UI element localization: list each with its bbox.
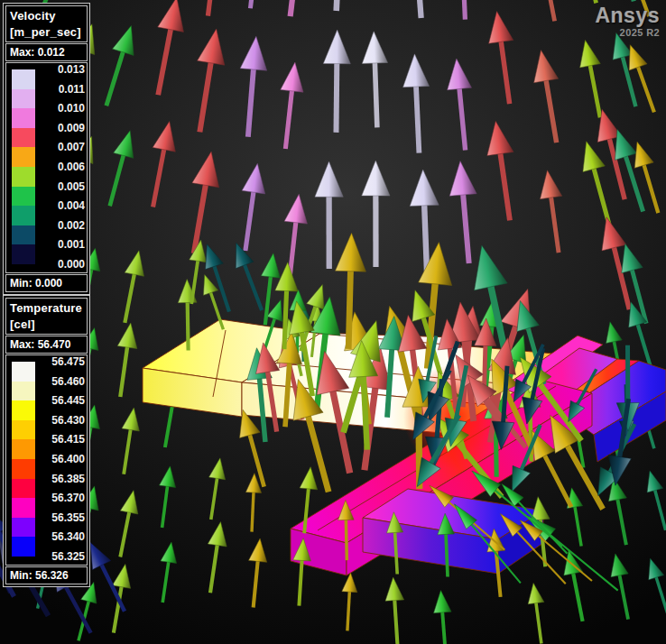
vector-arrow — [525, 582, 549, 644]
vector-arrow — [196, 0, 230, 17]
vector-arrow — [227, 240, 271, 314]
legend-tick-label: 0.004 — [58, 199, 85, 212]
legend-tick-label: 0.010 — [58, 102, 85, 115]
vector-plot-scene[interactable] — [0, 0, 666, 644]
vector-arrow — [575, 38, 610, 119]
vector-arrow — [276, 0, 317, 18]
legend-color-band — [12, 537, 35, 557]
legend-tick-label: 56.340 — [51, 530, 85, 543]
legend-color-band — [12, 382, 35, 401]
legend-color-band — [12, 439, 35, 459]
vector-arrow — [483, 119, 523, 222]
vector-arrow — [529, 0, 566, 23]
legend-color-band — [12, 498, 35, 518]
legend-tick-label: 56.385 — [51, 473, 85, 485]
ansys-logo-text: Ansys — [595, 5, 660, 26]
vector-arrow — [116, 407, 143, 476]
velocity-swatches — [12, 69, 35, 264]
vector-arrow — [201, 520, 230, 594]
velocity-legend-units: [m_per_sec] — [10, 24, 83, 41]
legend-color-band — [12, 225, 35, 245]
velocity-ticks: 0.0130.0110.0100.0090.0070.0060.0050.004… — [34, 69, 85, 264]
vector-arrow — [145, 0, 190, 97]
vector-arrow — [274, 61, 307, 151]
legend-tick-label: 56.415 — [51, 433, 85, 446]
velocity-legend: Velocity [m_per_sec] Max: 0.012 0.0130.0… — [3, 3, 90, 295]
legend-tick-label: 56.370 — [51, 492, 85, 504]
vector-arrow — [315, 161, 344, 269]
legend-color-band — [12, 147, 35, 167]
vector-arrow — [112, 489, 143, 559]
velocity-colorbar: 0.0130.0110.0100.0090.0070.0060.0050.004… — [5, 62, 88, 273]
vector-arrow — [529, 48, 569, 144]
vector-arrow — [234, 161, 269, 252]
vector-arrow — [116, 249, 149, 325]
legend-tick-label: 56.475 — [51, 355, 85, 368]
legend-color-band — [12, 187, 35, 207]
velocity-legend-min: Min: 0.000 — [5, 274, 88, 292]
temperature-ticks: 56.47556.46056.44556.43056.41556.40056.3… — [34, 362, 85, 557]
vector-arrow — [321, 0, 356, 12]
legend-color-band — [12, 108, 35, 128]
vector-arrow — [560, 548, 592, 623]
ansys-logo: Ansys 2025 R2 — [595, 5, 660, 38]
vector-arrow — [362, 161, 390, 267]
legend-tick-label: 56.460 — [51, 375, 85, 388]
vector-arrow — [154, 465, 179, 529]
legend-tick-label: 0.005 — [58, 180, 85, 193]
temperature-swatches — [12, 362, 35, 557]
legend-color-band — [12, 244, 35, 264]
vector-arrow — [142, 119, 180, 209]
legend-color-band — [12, 69, 35, 89]
vector-arrow — [70, 580, 101, 642]
vector-arrow — [536, 169, 569, 254]
legend-tick-label: 56.445 — [51, 394, 85, 407]
3d-viewport[interactable]: Velocity [m_per_sec] Max: 0.012 0.0130.0… — [0, 0, 666, 644]
vector-arrow — [384, 576, 407, 644]
vector-arrow — [323, 30, 351, 133]
temperature-legend-title: Temperature — [10, 300, 83, 317]
legend-tick-label: 0.001 — [58, 238, 85, 251]
temperature-colorbar: 56.47556.46056.44556.43056.41556.40056.3… — [5, 354, 88, 566]
legend-tick-label: 56.325 — [51, 550, 85, 563]
ansys-version-text: 2025 R2 — [595, 27, 660, 38]
vector-arrow — [180, 149, 225, 255]
vector-arrow — [100, 128, 140, 209]
temperature-legend-title-box: Temperature [cel] — [5, 298, 88, 335]
vector-arrow — [96, 23, 142, 109]
legend-tick-label: 0.000 — [58, 258, 85, 271]
vector-arrow — [235, 35, 269, 138]
vector-arrow — [399, 0, 436, 19]
vector-arrow — [432, 590, 455, 644]
vector-arrow — [111, 321, 141, 398]
vector-arrow — [444, 58, 477, 152]
legend-color-band — [12, 206, 35, 225]
legend-color-band — [12, 89, 35, 109]
vector-arrow — [485, 10, 522, 106]
legend-tick-label: 0.006 — [58, 161, 85, 173]
temperature-legend-units: [cel] — [10, 317, 83, 333]
legend-tick-label: 0.013 — [58, 63, 85, 76]
legend-tick-label: 0.007 — [58, 141, 85, 153]
legend-color-band — [12, 479, 35, 499]
temperature-legend: Temperature [cel] Max: 56.470 56.47556.4… — [3, 295, 90, 587]
vector-arrow — [339, 572, 358, 630]
vector-arrow — [449, 0, 477, 20]
velocity-legend-title-box: Velocity [m_per_sec] — [5, 5, 88, 42]
vector-arrow — [643, 557, 666, 619]
vector-arrow — [606, 552, 636, 621]
velocity-legend-max: Max: 0.012 — [5, 43, 88, 61]
vector-arrow — [245, 538, 270, 608]
legend-color-band — [12, 362, 35, 382]
legend-color-band — [12, 400, 35, 420]
vector-arrow — [186, 27, 230, 134]
legend-color-band — [12, 128, 35, 148]
vector-arrow — [244, 473, 262, 532]
legend-color-band — [12, 459, 35, 479]
legend-color-band — [12, 420, 35, 440]
vector-arrow — [278, 193, 310, 281]
vector-arrow — [447, 160, 483, 264]
vector-arrow — [361, 31, 390, 127]
legend-tick-label: 56.400 — [51, 453, 85, 465]
vector-arrow — [402, 53, 432, 153]
